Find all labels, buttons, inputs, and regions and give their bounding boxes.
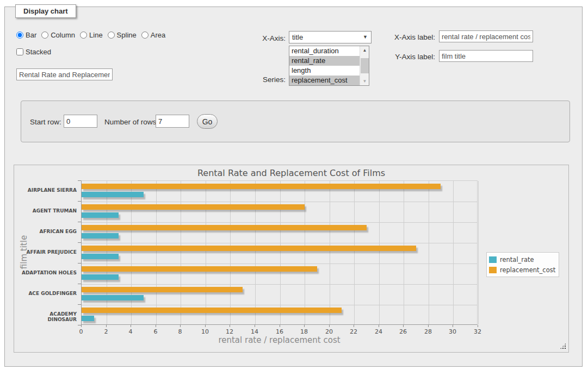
legend-item: replacement_cost (489, 265, 555, 275)
series-scrollbar[interactable]: ▲ ▼ (360, 46, 369, 85)
resize-handle[interactable] (560, 343, 566, 349)
x-tick-label: 4 (120, 328, 141, 335)
bar-rental_rate (82, 295, 144, 300)
gridline (82, 284, 477, 285)
x-tickmark (304, 325, 305, 327)
category-label: AFFAIR PREJUDICE (20, 249, 77, 255)
plot-area (81, 180, 478, 325)
x-tick-label: 28 (417, 328, 439, 335)
gridline (82, 222, 477, 223)
legend-label: replacement_cost (500, 266, 555, 274)
radio-bar[interactable] (16, 32, 23, 39)
category-label: ACADEMY DINOSAUR (20, 311, 77, 322)
gridline (82, 243, 477, 243)
legend-item: rental_rate (489, 254, 555, 265)
bar-rental_rate (82, 254, 119, 259)
y-tickmark (78, 284, 81, 284)
gridline (478, 181, 479, 324)
x-axis-select[interactable]: title ▼ (289, 31, 372, 43)
category-label: AFRICAN EGG (20, 229, 77, 234)
radio-line-label: Line (89, 31, 103, 39)
chart-legend: rental_ratereplacement_cost (486, 252, 559, 277)
category-label: ADAPTATION HOLES (20, 270, 77, 275)
x-axis-label-input[interactable] (439, 30, 533, 42)
gridline (305, 181, 305, 324)
bar-replacement_cost (82, 308, 342, 313)
y-tickmark (78, 304, 81, 305)
radio-option-bar[interactable]: Bar (16, 31, 36, 39)
category-label: AGENT TRUMAN (20, 208, 77, 214)
radio-option-column[interactable]: Column (41, 31, 75, 39)
chevron-down-icon: ▼ (363, 32, 368, 43)
num-rows-input[interactable] (156, 115, 189, 128)
gridline (453, 181, 454, 324)
panel-title: Display chart (15, 4, 76, 18)
bar-rental_rate (82, 274, 119, 280)
x-tickmark (81, 325, 82, 327)
chart-title: Rental Rate and Replacement Cost of Film… (14, 168, 568, 178)
gridline (156, 181, 157, 324)
scroll-up-icon[interactable]: ▲ (360, 46, 369, 54)
x-tick-label: 2 (95, 328, 117, 335)
gridline (82, 264, 477, 264)
x-tick-label: 22 (343, 328, 364, 335)
radio-area[interactable] (141, 32, 148, 39)
legend-swatch-replacement_cost (489, 267, 497, 273)
stacked-checkbox[interactable] (16, 48, 23, 55)
radio-spline[interactable] (108, 32, 115, 39)
radio-column[interactable] (41, 32, 48, 39)
radio-option-line[interactable]: Line (80, 31, 103, 39)
x-tickmark (428, 325, 429, 327)
x-tickmark (131, 325, 131, 327)
bar-rental_rate (82, 212, 119, 218)
scroll-down-icon[interactable]: ▼ (360, 77, 369, 85)
legend-swatch-rental_rate (489, 256, 497, 263)
x-tick-label: 32 (467, 328, 488, 335)
series-option-rental-duration[interactable]: rental_duration (289, 46, 360, 56)
x-tick-label: 6 (145, 328, 166, 335)
bar-replacement_cost (82, 225, 367, 230)
chart-title-input[interactable] (16, 68, 113, 80)
series-option-length[interactable]: length (289, 66, 360, 76)
x-tickmark (156, 325, 156, 327)
x-axis-select-label: X-Axis: (253, 34, 286, 42)
legend-label: rental_rate (500, 256, 534, 264)
x-tickmark (453, 325, 453, 327)
series-option-rental-rate[interactable]: rental_rate (289, 56, 360, 66)
radio-option-spline[interactable]: Spline (108, 31, 137, 39)
start-row-input[interactable] (64, 115, 97, 128)
x-tickmark (379, 325, 379, 327)
gridline (206, 181, 206, 324)
x-tick-label: 18 (293, 328, 315, 335)
gridline (230, 181, 231, 324)
scrollbar-thumb[interactable] (361, 58, 369, 73)
x-tickmark (280, 325, 280, 327)
radio-bar-label: Bar (26, 31, 36, 39)
gridline (255, 181, 256, 324)
x-tickmark (106, 325, 107, 327)
radio-option-area[interactable]: Area (141, 31, 165, 39)
gridline (354, 181, 355, 324)
go-button[interactable]: Go (197, 114, 218, 129)
radio-line[interactable] (80, 32, 87, 39)
gridline (404, 181, 404, 324)
y-tickmark (78, 222, 81, 222)
x-tick-label: 24 (368, 328, 389, 335)
bar-replacement_cost (82, 287, 243, 292)
gridline (379, 181, 380, 324)
series-option-replacement-cost[interactable]: replacement_cost (289, 76, 360, 85)
chart-container: Rental Rate and Replacement Cost of Film… (14, 165, 569, 353)
bar-replacement_cost (82, 246, 416, 251)
start-row-label: Start row: (30, 118, 61, 126)
gridline (280, 181, 281, 324)
x-tickmark (255, 325, 255, 327)
series-multiselect[interactable]: rental_duration rental_rate length repla… (289, 46, 369, 86)
radio-spline-label: Spline (117, 31, 137, 39)
bar-replacement_cost (82, 184, 441, 189)
y-tickmark (78, 263, 81, 264)
x-tick-label: 10 (194, 328, 216, 335)
bar-replacement_cost (82, 266, 317, 272)
y-axis-label-input[interactable] (439, 50, 533, 62)
x-tick-label: 14 (244, 328, 265, 335)
radio-area-label: Area (151, 31, 165, 39)
